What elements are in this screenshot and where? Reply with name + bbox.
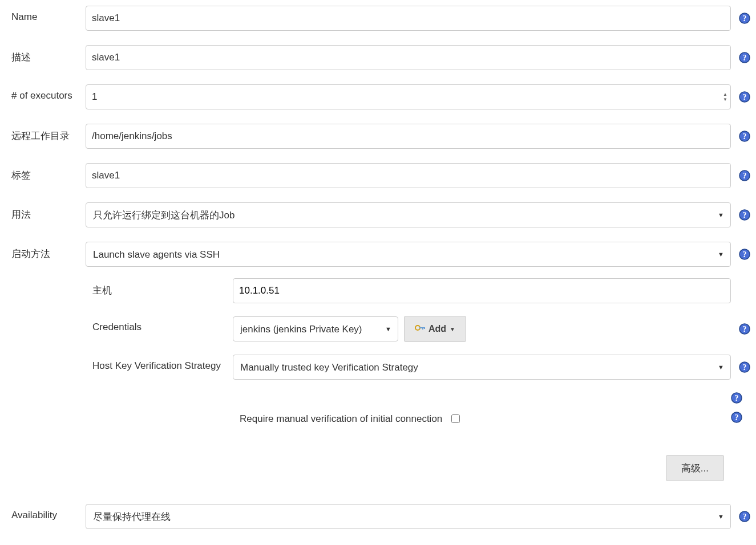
help-icon[interactable]: ? <box>739 511 750 522</box>
executors-input[interactable] <box>86 84 731 109</box>
label-description: 描述 <box>11 45 86 64</box>
key-icon <box>415 324 425 334</box>
remote-dir-input[interactable] <box>86 124 731 149</box>
field-tags: ? <box>86 163 750 188</box>
caret-down-icon: ▼ <box>450 326 455 332</box>
field-credentials: jenkins (jenkins Private Key) Add ▼ ? <box>233 316 750 342</box>
row-usage: 用法 只允许运行绑定到这台机器的Job ? <box>11 202 750 227</box>
field-host <box>233 278 750 303</box>
row-advanced: 高级... <box>86 455 724 481</box>
name-input[interactable] <box>86 6 731 31</box>
svg-text:?: ? <box>743 14 747 23</box>
field-executors: ▲▼ ? <box>86 84 750 109</box>
ssh-subsection: 主机 Credentials jenkins (jenkins Private … <box>86 278 750 481</box>
require-manual-checkbox[interactable] <box>451 414 460 423</box>
credentials-select[interactable]: jenkins (jenkins Private Key) <box>233 316 398 341</box>
usage-select[interactable]: 只允许运行绑定到这台机器的Job <box>86 202 731 227</box>
help-icon[interactable]: ? <box>739 13 750 24</box>
svg-text:?: ? <box>743 211 747 219</box>
host-input[interactable] <box>233 278 731 303</box>
row-availability: Availability 尽量保持代理在线 ? <box>11 504 750 529</box>
label-name: Name <box>11 6 86 23</box>
launch-method-select-wrap: Launch slave agents via SSH <box>86 242 731 267</box>
launch-method-select[interactable]: Launch slave agents via SSH <box>86 242 731 267</box>
description-input[interactable] <box>86 45 731 70</box>
usage-select-wrap: 只允许运行绑定到这台机器的Job <box>86 202 731 227</box>
field-description: ? <box>86 45 750 70</box>
svg-text:?: ? <box>743 132 747 141</box>
help-icon[interactable]: ? <box>739 209 750 221</box>
row-remote-dir: 远程工作目录 ? <box>11 124 750 149</box>
label-usage: 用法 <box>11 202 86 221</box>
tags-input[interactable] <box>86 163 731 188</box>
label-remote-dir: 远程工作目录 <box>11 124 86 143</box>
label-executors: # of executors <box>11 84 86 101</box>
row-tags: 标签 ? <box>11 163 750 188</box>
help-icon[interactable]: ? <box>739 52 750 63</box>
add-button-label: Add <box>428 324 446 334</box>
label-launch-method: 启动方法 <box>11 242 86 261</box>
svg-rect-16 <box>422 327 423 330</box>
advanced-button[interactable]: 高级... <box>666 455 724 481</box>
label-host: 主机 <box>86 278 233 297</box>
label-host-key-strategy: Host Key Verification Strategy <box>86 355 233 372</box>
row-credentials: Credentials jenkins (jenkins Private Key… <box>86 316 750 342</box>
help-icon[interactable]: ? <box>739 361 750 373</box>
row-name: Name ? <box>11 6 750 31</box>
svg-text:?: ? <box>743 325 747 333</box>
row-host-key-strategy: Host Key Verification Strategy Manually … <box>86 355 750 380</box>
help-icon[interactable]: ? <box>739 91 750 103</box>
row-host: 主机 <box>86 278 750 303</box>
row-description: 描述 ? <box>11 45 750 70</box>
host-key-strategy-select[interactable]: Manually trusted key Verification Strate… <box>233 355 731 380</box>
number-spinner[interactable]: ▲▼ <box>723 92 727 102</box>
svg-text:?: ? <box>743 363 747 372</box>
availability-select-wrap: 尽量保持代理在线 <box>86 504 731 529</box>
label-availability: Availability <box>11 504 86 521</box>
label-credentials: Credentials <box>86 316 233 333</box>
host-key-strategy-select-wrap: Manually trusted key Verification Strate… <box>233 355 731 380</box>
field-availability: 尽量保持代理在线 ? <box>86 504 750 529</box>
add-credentials-button[interactable]: Add ▼ <box>404 316 466 342</box>
svg-rect-17 <box>424 327 425 329</box>
svg-text:?: ? <box>743 250 747 259</box>
field-launch-method: Launch slave agents via SSH ? <box>86 242 750 267</box>
svg-text:?: ? <box>743 513 747 521</box>
field-usage: 只允许运行绑定到这台机器的Job ? <box>86 202 750 227</box>
field-remote-dir: ? <box>86 124 750 149</box>
svg-text:?: ? <box>743 93 747 101</box>
svg-point-14 <box>415 326 420 330</box>
label-require-manual: Require manual verification of initial c… <box>240 413 442 425</box>
field-name: ? <box>86 6 750 31</box>
require-manual-block: ? ? Require manual verification of initi… <box>86 392 750 432</box>
row-executors: # of executors ▲▼ ? <box>11 84 750 109</box>
help-icon[interactable]: ? <box>739 131 750 142</box>
svg-text:?: ? <box>743 54 747 62</box>
help-icon[interactable]: ? <box>739 249 750 260</box>
executors-input-wrap: ▲▼ <box>86 84 731 109</box>
field-host-key-strategy: Manually trusted key Verification Strate… <box>233 355 750 380</box>
availability-select[interactable]: 尽量保持代理在线 <box>86 504 731 529</box>
row-launch-method: 启动方法 Launch slave agents via SSH ? <box>11 242 750 267</box>
help-icon[interactable]: ? <box>739 323 750 335</box>
svg-text:?: ? <box>743 172 747 180</box>
credentials-select-wrap: jenkins (jenkins Private Key) <box>233 316 398 341</box>
row-require-manual: Require manual verification of initial c… <box>86 392 750 425</box>
help-icon[interactable]: ? <box>739 170 750 181</box>
label-tags: 标签 <box>11 163 86 182</box>
